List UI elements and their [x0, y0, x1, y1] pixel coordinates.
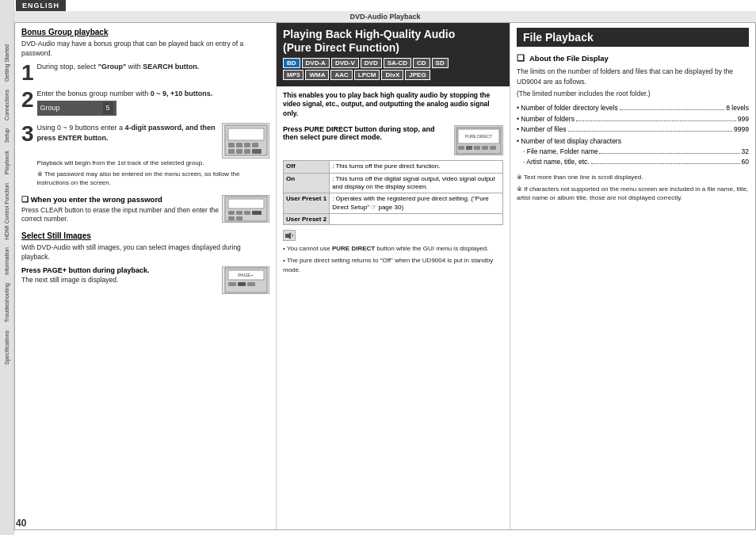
svg-rect-29: [474, 146, 480, 150]
badge-sd: SD: [432, 58, 449, 68]
playing-back-title: Playing Back High-Quality Audio (Pure Di…: [283, 28, 503, 55]
dir-levels-row: • Number of folder directory levels 8 le…: [517, 103, 749, 114]
options-table: Off : This turns off the pure direct fun…: [283, 160, 503, 225]
svg-rect-23: [247, 282, 255, 286]
wrong-password-section: ❑ When you enter the wrong password Pres…: [21, 195, 269, 228]
sidebar-setup[interactable]: Setup: [3, 125, 10, 146]
svg-rect-6: [228, 149, 235, 154]
svg-rect-2: [228, 143, 235, 147]
option-preset1-desc: : Operates with the registered pure dire…: [330, 193, 503, 214]
option-preset2-desc: [330, 214, 503, 225]
svg-rect-5: [252, 143, 258, 147]
svg-rect-17: [236, 216, 242, 220]
badge-aac: AAC: [330, 70, 352, 80]
badge-divx: DivX: [381, 70, 403, 80]
step-3-note1: ※ The password may also be entered on th…: [37, 170, 269, 187]
option-on-label: On: [284, 173, 330, 193]
group-input: Group 5: [37, 101, 116, 116]
table-row: On : This turns off the digital signal o…: [284, 173, 503, 193]
svg-rect-21: [228, 282, 236, 286]
svg-text:PAGE+: PAGE+: [238, 273, 254, 277]
note2: • The pure direct setting returns to "Of…: [283, 256, 503, 273]
svg-rect-7: [236, 149, 242, 154]
svg-rect-3: [236, 143, 242, 147]
folders-row: • Number of folders 999: [517, 114, 749, 125]
about-intro1: The limits on the number of folders and …: [517, 67, 749, 87]
svg-rect-30: [482, 146, 488, 150]
dvd-header-bar: DVD-Audio Playback: [14, 11, 756, 23]
artist-value: 60: [742, 157, 749, 168]
folders-label: • Number of folders: [517, 114, 575, 125]
sidebar-playback[interactable]: Playback: [3, 147, 10, 178]
about-title: ❑ About the File Display: [517, 53, 749, 63]
svg-rect-1: [228, 128, 264, 140]
option-preset2-label: User Preset 2: [284, 214, 330, 225]
svg-text:PURE DIRECT: PURE DIRECT: [465, 134, 492, 139]
folders-value: 999: [738, 114, 749, 125]
svg-rect-14: [244, 211, 250, 215]
svg-marker-32: [285, 232, 291, 239]
page-button-image: PAGE+: [222, 266, 269, 294]
files-row: • Number of files 9999: [517, 124, 749, 136]
left-column: Bonus Group playback DVD-Audio may have …: [15, 23, 277, 529]
files-value: 9999: [734, 124, 749, 136]
sidebar-getting-started[interactable]: Getting Started: [3, 41, 10, 85]
sidebar-specifications[interactable]: Specifications: [3, 327, 10, 368]
svg-line-33: [292, 234, 293, 235]
badge-dvdv: DVD-V: [331, 58, 359, 68]
bonus-group-title: Bonus Group playback: [21, 28, 269, 36]
badge-sacd: SA-CD: [384, 58, 411, 68]
wrong-password-title: ❑ When you enter the wrong password: [21, 195, 219, 204]
text-display-label: • Number of text display characters: [517, 136, 749, 147]
table-row: Off : This turns off the pure direct fun…: [284, 161, 503, 173]
note-chars: ※ If characters not supported on the men…: [517, 185, 749, 202]
option-off-label: Off: [284, 161, 330, 173]
sidebar-hdmi[interactable]: HDMI Control Function: [3, 180, 10, 243]
filename-dots: [599, 153, 739, 154]
wrong-password-text: Press CLEAR button to erase the input nu…: [21, 206, 219, 225]
option-preset1-label: User Preset 1: [284, 193, 330, 214]
option-off-desc: : This turns off the pure direct functio…: [330, 161, 503, 173]
svg-rect-28: [466, 146, 472, 150]
svg-rect-4: [244, 143, 250, 147]
files-label: • Number of files: [517, 124, 567, 136]
table-row: User Preset 2: [284, 214, 503, 225]
press-instruction: Press PURE DIRECT button during stop, an…: [283, 125, 450, 141]
page-button-title: Press PAGE+ button during playback.: [21, 266, 219, 274]
playing-back-header: Playing Back High-Quality Audio (Pure Di…: [277, 23, 510, 86]
sidebar: Getting Started Connections Setup Playba…: [0, 0, 14, 535]
badge-lpcm: LPCM: [354, 70, 380, 80]
press-instruction-row: Press PURE DIRECT button during stop, an…: [283, 125, 503, 155]
svg-rect-22: [238, 282, 246, 286]
badge-wma: WMA: [305, 70, 329, 80]
svg-rect-16: [228, 216, 235, 220]
step-2: 2 Enter the bonus group number with 0 ~ …: [21, 89, 269, 118]
files-dots: [568, 131, 733, 132]
filename-row: · File name, Folder name 32: [517, 147, 749, 158]
artist-label: · Artist name, title, etc.: [523, 157, 590, 168]
folders-dots: [576, 120, 736, 121]
sidebar-connections[interactable]: Connections: [3, 86, 10, 124]
step-1: 1 During stop, select "Group" with SEARC…: [21, 62, 269, 84]
pure-direct-image: PURE DIRECT: [454, 125, 503, 155]
page-button-section: Press PAGE+ button during playback. The …: [21, 266, 269, 294]
option-on-desc: : This turns off the digital signal outp…: [330, 173, 503, 193]
bonus-group-intro: DVD-Audio may have a bonus group that ca…: [21, 40, 269, 59]
badge-jpeg: JPEG: [405, 70, 430, 80]
step-2-text: Enter the bonus group number with 0 ~ 9,…: [37, 90, 213, 97]
format-badges-row2: MP3 WMA AAC LPCM DivX JPEG: [283, 70, 503, 80]
group-value: 5: [103, 102, 113, 114]
note1: • You cannot use PURE DIRECT button whil…: [283, 244, 503, 253]
middle-column: Playing Back High-Quality Audio (Pure Di…: [277, 23, 510, 529]
note-scroll: ※ Text more than one line is scroll disp…: [517, 173, 749, 182]
step-3-number: 3: [21, 123, 34, 190]
svg-line-34: [292, 235, 293, 237]
about-intro2: (The limited number includes the root fo…: [517, 89, 749, 99]
step-3: 3 Using 0 ~ 9 buttons enter a 4-digit pa…: [21, 123, 269, 190]
badge-dvda: DVD-A: [302, 58, 330, 68]
sidebar-troubleshooting[interactable]: Troubleshooting: [3, 280, 10, 326]
sidebar-information[interactable]: Information: [3, 244, 10, 278]
svg-rect-13: [236, 211, 242, 215]
step-1-number: 1: [21, 62, 34, 84]
svg-rect-8: [244, 149, 250, 154]
